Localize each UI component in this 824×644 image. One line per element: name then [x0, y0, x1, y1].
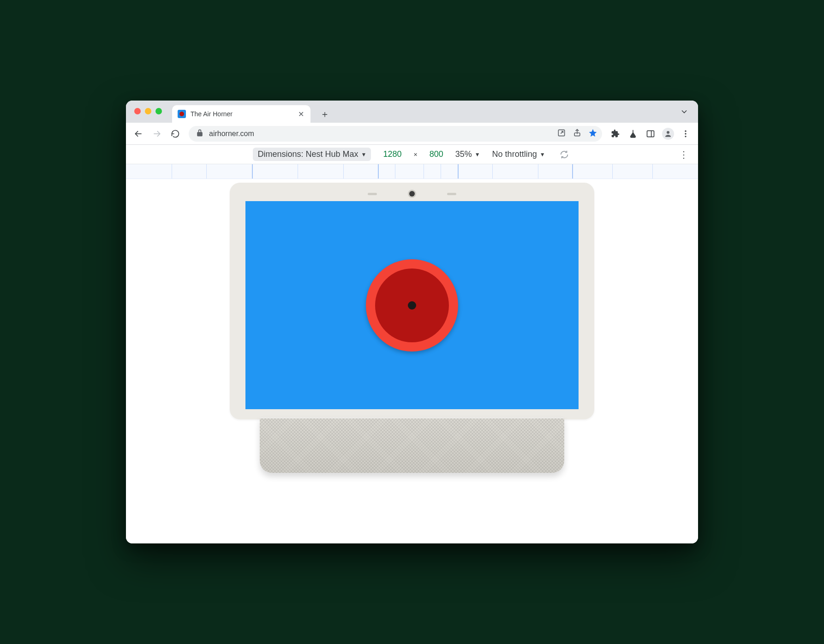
- window-close-button[interactable]: [134, 108, 141, 114]
- airhorn-inner-circle: [375, 268, 449, 342]
- reload-button[interactable]: [167, 126, 183, 142]
- page-content[interactable]: [245, 201, 579, 409]
- devtools-device-toolbar: Dimensions: Nest Hub Max ▼ 1280 × 800 35…: [126, 145, 698, 164]
- new-tab-button[interactable]: ＋: [318, 107, 332, 121]
- omnibox-actions: [557, 128, 597, 139]
- chrome-menu-icon[interactable]: [678, 126, 693, 142]
- device-speaker-base: [260, 417, 564, 473]
- window-minimize-button[interactable]: [145, 108, 151, 114]
- caret-down-icon: ▼: [540, 151, 545, 158]
- device-dimensions-dropdown[interactable]: Dimensions: Nest Hub Max ▼: [253, 148, 371, 161]
- svg-point-8: [685, 133, 686, 134]
- dimension-separator: ×: [413, 151, 417, 158]
- tab-list-chevron-icon[interactable]: [680, 107, 689, 119]
- zoom-dropdown[interactable]: 35% ▼: [455, 149, 480, 159]
- toolbar-right: [608, 126, 693, 142]
- airhorn-button[interactable]: [366, 259, 458, 352]
- caret-down-icon: ▼: [361, 151, 367, 158]
- tab-favicon: [178, 110, 186, 118]
- window-maximize-button[interactable]: [155, 108, 162, 114]
- throttling-value: No throttling: [492, 149, 537, 159]
- extensions-icon[interactable]: [608, 126, 623, 142]
- svg-rect-4: [647, 131, 654, 137]
- tab-close-button[interactable]: ✕: [297, 110, 305, 118]
- browser-toolbar: airhorner.com: [126, 123, 698, 145]
- open-external-icon[interactable]: [557, 128, 566, 139]
- device-height-input[interactable]: 800: [430, 149, 443, 159]
- svg-point-7: [685, 130, 686, 131]
- url-text: airhorner.com: [209, 130, 552, 138]
- device-width-input[interactable]: 1280: [383, 149, 401, 159]
- zoom-value: 35%: [455, 149, 472, 159]
- labs-icon[interactable]: [625, 126, 641, 142]
- address-bar[interactable]: airhorner.com: [189, 126, 602, 142]
- profile-avatar[interactable]: [660, 126, 676, 142]
- devtools-more-options-icon[interactable]: ⋮: [678, 149, 690, 161]
- device-dimensions-label: Dimensions: Nest Hub Max: [257, 149, 358, 159]
- device-bezel: [230, 183, 594, 419]
- device-camera-icon: [409, 191, 415, 197]
- svg-point-9: [685, 136, 686, 137]
- airhorn-center-dot: [408, 301, 416, 310]
- lock-icon: [195, 128, 204, 139]
- bookmark-star-icon[interactable]: [588, 128, 597, 139]
- device-sensor-slot: [368, 193, 377, 195]
- rotate-device-icon[interactable]: [557, 148, 571, 161]
- forward-button[interactable]: [149, 126, 165, 142]
- device-viewport: [126, 179, 698, 543]
- devtools-ruler: [126, 164, 698, 179]
- nest-hub-max-frame: [230, 183, 594, 473]
- back-button[interactable]: [131, 126, 146, 142]
- share-icon[interactable]: [573, 128, 582, 139]
- svg-point-6: [667, 131, 669, 134]
- device-sensor-bar: [245, 189, 579, 198]
- throttling-dropdown[interactable]: No throttling ▼: [492, 149, 545, 159]
- browser-tab[interactable]: The Air Horner ✕: [172, 105, 310, 123]
- device-sensor-slot: [447, 193, 456, 195]
- caret-down-icon: ▼: [475, 151, 480, 158]
- browser-window: The Air Horner ✕ ＋ airhorner.com: [126, 101, 698, 543]
- window-controls: [134, 108, 162, 114]
- tab-strip: The Air Horner ✕ ＋: [126, 101, 698, 123]
- tab-title: The Air Horner: [191, 110, 233, 118]
- side-panel-icon[interactable]: [643, 126, 658, 142]
